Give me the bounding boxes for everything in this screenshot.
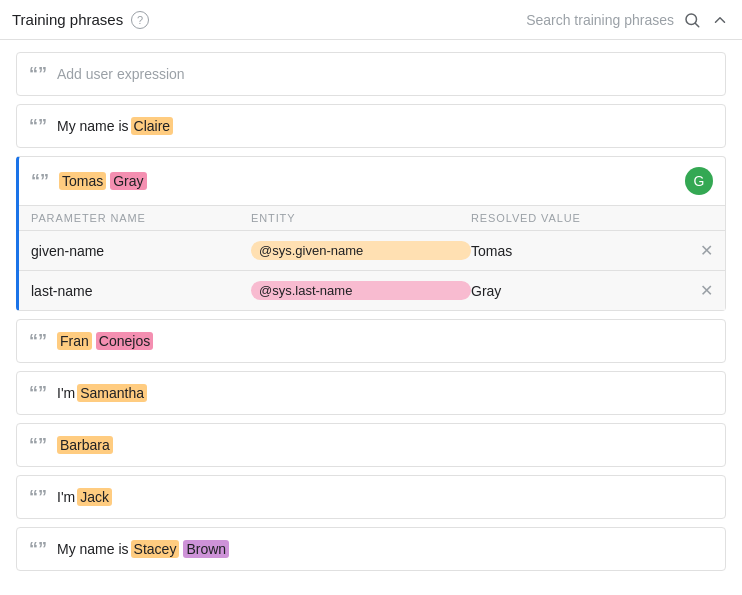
entity-tag-given[interactable]: @sys.given-name: [251, 241, 471, 260]
google-avatar: G: [685, 167, 713, 195]
col-resolved-header: RESOLVED VALUE: [471, 212, 713, 224]
phrase-highlight-gray: Gray: [110, 172, 146, 190]
phrase-text-barbara: Barbara: [57, 436, 113, 454]
entity-row-last-name: last-name @sys.last-name Gray ✕: [19, 271, 725, 310]
page-title: Training phrases: [12, 11, 123, 28]
quote-icon-1: “”: [29, 117, 47, 135]
quote-icon-samantha: “”: [29, 384, 47, 402]
svg-point-0: [686, 14, 697, 25]
phrase-highlight-barbara: Barbara: [57, 436, 113, 454]
search-placeholder: Search training phrases: [526, 12, 674, 28]
svg-line-1: [695, 23, 698, 26]
quote-icon-add: “”: [29, 65, 47, 83]
collapse-icon[interactable]: [710, 10, 730, 30]
resolved-given: Tomas: [471, 243, 700, 259]
phrase-text-samantha: I'm Samantha: [57, 384, 147, 402]
active-phrase-row[interactable]: “” Tomas Gray G: [19, 157, 725, 205]
entity-table-header: PARAMETER NAME ENTITY RESOLVED VALUE: [19, 206, 725, 231]
add-expression-row[interactable]: “” Add user expression: [16, 52, 726, 96]
help-icon[interactable]: ?: [131, 11, 149, 29]
phrase-part-im-j: I'm: [57, 489, 75, 505]
phrase-part: My name is: [57, 118, 129, 134]
phrase-highlight-brown: Brown: [183, 540, 229, 558]
quote-icon-fran: “”: [29, 332, 47, 350]
delete-last-icon[interactable]: ✕: [700, 281, 713, 300]
phrase-highlight-claire: Claire: [131, 117, 174, 135]
phrase-highlight-conejos: Conejos: [96, 332, 153, 350]
phrase-highlight-samantha: Samantha: [77, 384, 147, 402]
phrase-part-myname-s: My name is: [57, 541, 129, 557]
active-phrase-text: Tomas Gray: [59, 172, 147, 190]
param-name-last: last-name: [31, 283, 251, 299]
header-left: Training phrases ?: [12, 11, 149, 29]
phrase-highlight-tomas: Tomas: [59, 172, 106, 190]
quote-icon-barbara: “”: [29, 436, 47, 454]
quote-icon-stacey: “”: [29, 540, 47, 558]
phrase-row-samantha[interactable]: “” I'm Samantha: [16, 371, 726, 415]
phrase-row-stacey[interactable]: “” My name is Stacey Brown: [16, 527, 726, 571]
phrase-text-fran: Fran Conejos: [57, 332, 153, 350]
header: Training phrases ? Search training phras…: [0, 0, 742, 40]
phrase-part-im-s: I'm: [57, 385, 75, 401]
phrase-text-jack: I'm Jack: [57, 488, 112, 506]
resolved-last: Gray: [471, 283, 700, 299]
active-phrase-section: “” Tomas Gray G PARAMETER NAME ENTITY RE…: [16, 156, 726, 311]
delete-given-icon[interactable]: ✕: [700, 241, 713, 260]
entity-tag-last[interactable]: @sys.last-name: [251, 281, 471, 300]
search-icon[interactable]: [682, 10, 702, 30]
phrase-text-stacey: My name is Stacey Brown: [57, 540, 229, 558]
quote-icon-jack: “”: [29, 488, 47, 506]
phrase-row-jack[interactable]: “” I'm Jack: [16, 475, 726, 519]
active-phrase-left: “” Tomas Gray: [31, 172, 147, 190]
phrase-row-barbara[interactable]: “” Barbara: [16, 423, 726, 467]
quote-icon-active: “”: [31, 172, 49, 190]
param-name-given: given-name: [31, 243, 251, 259]
phrase-text-1: My name is Claire: [57, 117, 173, 135]
phrase-highlight-jack: Jack: [77, 488, 112, 506]
phrase-row-fran[interactable]: “” Fran Conejos: [16, 319, 726, 363]
phrase-row-claire[interactable]: “” My name is Claire: [16, 104, 726, 148]
content: “” Add user expression “” My name is Cla…: [0, 40, 742, 591]
col-entity-header: ENTITY: [251, 212, 471, 224]
col-param-header: PARAMETER NAME: [31, 212, 251, 224]
entity-row-given-name: given-name @sys.given-name Tomas ✕: [19, 231, 725, 271]
entity-table: PARAMETER NAME ENTITY RESOLVED VALUE giv…: [19, 205, 725, 310]
header-right: Search training phrases: [526, 10, 730, 30]
add-expression-placeholder: Add user expression: [57, 66, 185, 82]
phrase-highlight-fran: Fran: [57, 332, 92, 350]
phrase-highlight-stacey: Stacey: [131, 540, 180, 558]
